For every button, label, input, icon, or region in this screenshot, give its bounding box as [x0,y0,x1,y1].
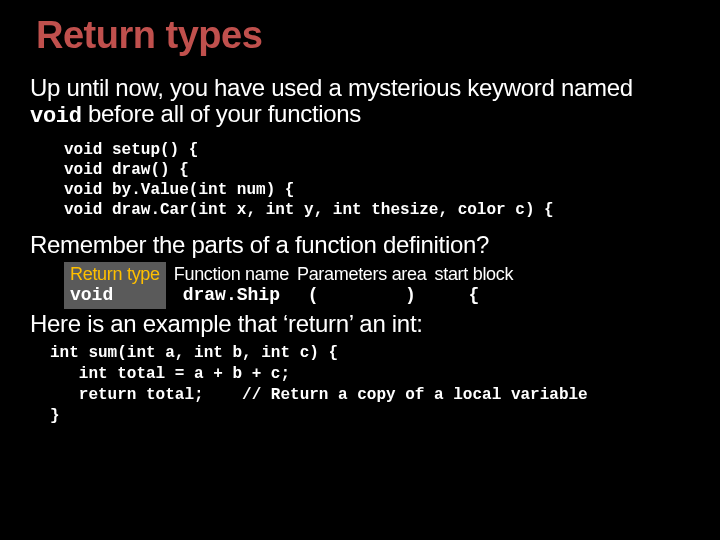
intro-text-a: Up until now, you have used a mysterious… [30,74,633,101]
parameters-col: Parameters area ( ) [297,264,427,305]
return-type-code: void [70,285,160,305]
return-type-label: Return type [70,264,160,285]
code-line: void draw.Car(int x, int y, int thesize,… [64,201,554,219]
code-examples-void: void setup() { void draw() { void by.Val… [64,140,690,220]
paren-close: ) [405,285,416,305]
code-line: void setup() { [64,141,198,159]
start-block-col: start block { [434,264,513,305]
function-name-label: Function name [174,264,289,285]
code-line: void by.Value(int num) { [64,181,294,199]
parameters-label: Parameters area [297,264,427,285]
code-line: return total; // Return a copy of a loca… [50,386,588,404]
void-keyword-inline: void [30,104,82,129]
code-line: int total = a + b + c; [50,365,290,383]
function-def-row: Return type void Function name draw.Ship… [64,262,690,309]
start-block-label: start block [434,264,513,285]
parameters-code: ( ) [297,285,427,305]
example-paragraph: Here is an example that ‘return’ an int: [30,311,690,337]
code-line: int sum(int a, int b, int c) { [50,344,338,362]
function-name-col: Function name draw.Ship [174,264,289,305]
intro-paragraph: Up until now, you have used a mysterious… [30,75,690,130]
code-example-sum: int sum(int a, int b, int c) { int total… [50,343,690,426]
start-block-code: { [434,285,513,305]
code-line: } [50,407,60,425]
intro-text-b: before all of your functions [82,100,361,127]
function-name-code: draw.Ship [174,285,289,305]
return-type-col: Return type void [64,262,166,309]
paren-open: ( [308,285,319,305]
remember-paragraph: Remember the parts of a function definit… [30,232,690,258]
slide-title: Return types [0,0,720,63]
slide-body: Up until now, you have used a mysterious… [0,75,720,427]
code-line: void draw() { [64,161,189,179]
